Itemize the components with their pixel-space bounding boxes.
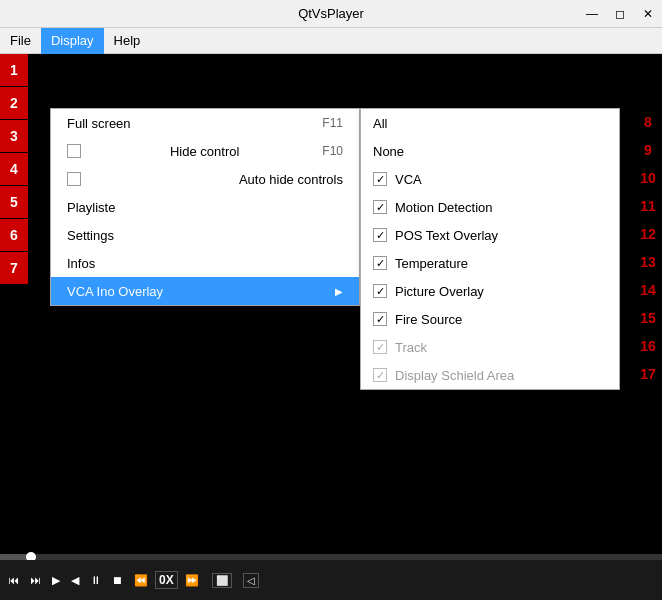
row-num-7: 7 (0, 252, 28, 284)
submenu-motion-detection[interactable]: ✓ Motion Detection (361, 193, 619, 221)
vca-submenu: All None ✓ VCA ✓ Motion Detection ✓ POS … (360, 108, 620, 390)
display-schield-label: Display Schield Area (395, 368, 514, 383)
fire-source-label: Fire Source (395, 312, 462, 327)
row-num-17: 17 (634, 360, 662, 388)
menu-vca-overlay[interactable]: VCA Ino Overlay ▶ (51, 277, 359, 305)
fullscreen-label: Full screen (67, 116, 131, 131)
vca-label: VCA (395, 172, 422, 187)
vca-checkbox[interactable]: ✓ (373, 172, 387, 186)
stop-button[interactable]: ⏹ (108, 572, 127, 588)
submenu-none[interactable]: None (361, 137, 619, 165)
fast-backward-button[interactable]: ⏭ (26, 572, 45, 588)
display-dropdown: Full screen F11 Hide control F10 Auto hi… (50, 108, 360, 306)
row-numbers-right: 8 9 10 11 12 13 14 15 16 17 (634, 108, 662, 388)
row-num-15: 15 (634, 304, 662, 332)
fast-backward-icon: ⏭ (30, 574, 41, 586)
play-button[interactable]: ▶ (48, 572, 64, 589)
row-num-5: 5 (0, 186, 28, 218)
aspect-ratio-icon: ⬜ (212, 573, 232, 588)
playlist-button[interactable]: ◁ (239, 571, 263, 590)
display-schield-checkbox[interactable]: ✓ (373, 368, 387, 382)
menu-settings[interactable]: Settings (51, 221, 359, 249)
infos-label: Infos (67, 256, 95, 271)
row-num-4: 4 (0, 153, 28, 185)
row-num-9: 9 (634, 136, 662, 164)
speed-label: 0X (155, 571, 178, 589)
motion-detection-label: Motion Detection (395, 200, 493, 215)
step-back-button[interactable]: ◀ (67, 572, 83, 589)
pos-text-label: POS Text Overlay (395, 228, 498, 243)
pause-icon: ⏸ (90, 574, 101, 586)
title-bar: QtVsPlayer — ◻ ✕ (0, 0, 662, 28)
submenu-pos-text[interactable]: ✓ POS Text Overlay (361, 221, 619, 249)
prev-frame-icon: ⏮ (8, 574, 19, 586)
auto-hide-label: Auto hide controls (239, 172, 343, 187)
playlist-icon: ◁ (243, 573, 259, 588)
menu-playliste[interactable]: Playliste (51, 193, 359, 221)
all-label: All (373, 116, 387, 131)
submenu-picture-overlay[interactable]: ✓ Picture Overlay (361, 277, 619, 305)
rewind-button[interactable]: ⏪ (130, 572, 152, 589)
step-back-icon: ◀ (71, 574, 79, 587)
row-num-8: 8 (634, 108, 662, 136)
temperature-checkbox[interactable]: ✓ (373, 256, 387, 270)
hide-control-checkbox[interactable] (67, 144, 81, 158)
fullscreen-shortcut: F11 (322, 116, 343, 130)
rewind-icon: ⏪ (134, 574, 148, 587)
menu-auto-hide[interactable]: Auto hide controls (51, 165, 359, 193)
stop-icon: ⏹ (112, 574, 123, 586)
row-num-3: 3 (0, 120, 28, 152)
menu-help[interactable]: Help (104, 28, 151, 54)
menu-hide-control[interactable]: Hide control F10 (51, 137, 359, 165)
hide-control-shortcut: F10 (322, 144, 343, 158)
picture-overlay-label: Picture Overlay (395, 284, 484, 299)
row-num-14: 14 (634, 276, 662, 304)
menu-display[interactable]: Display (41, 28, 104, 54)
motion-detection-checkbox[interactable]: ✓ (373, 200, 387, 214)
menu-infos[interactable]: Infos (51, 249, 359, 277)
submenu-vca[interactable]: ✓ VCA (361, 165, 619, 193)
forward-icon: ⏩ (185, 574, 199, 587)
app-title: QtVsPlayer (298, 6, 364, 21)
aspect-ratio-button[interactable]: ⬜ (208, 571, 236, 590)
play-icon: ▶ (52, 574, 60, 587)
submenu-track[interactable]: ✓ Track (361, 333, 619, 361)
submenu-all[interactable]: All (361, 109, 619, 137)
settings-label: Settings (67, 228, 114, 243)
submenu-fire-source[interactable]: ✓ Fire Source (361, 305, 619, 333)
playliste-label: Playliste (67, 200, 115, 215)
auto-hide-checkbox[interactable] (67, 172, 81, 186)
row-num-11: 11 (634, 192, 662, 220)
track-label: Track (395, 340, 427, 355)
submenu-display-schield[interactable]: ✓ Display Schield Area (361, 361, 619, 389)
restore-button[interactable]: ◻ (606, 0, 634, 28)
pause-button[interactable]: ⏸ (86, 572, 105, 588)
fire-source-checkbox[interactable]: ✓ (373, 312, 387, 326)
row-num-6: 6 (0, 219, 28, 251)
row-num-13: 13 (634, 248, 662, 276)
row-numbers-left: 1 2 3 4 5 6 7 (0, 54, 28, 285)
submenu-temperature[interactable]: ✓ Temperature (361, 249, 619, 277)
row-num-1: 1 (0, 54, 28, 86)
picture-overlay-checkbox[interactable]: ✓ (373, 284, 387, 298)
close-button[interactable]: ✕ (634, 0, 662, 28)
row-num-10: 10 (634, 164, 662, 192)
none-label: None (373, 144, 404, 159)
minimize-button[interactable]: — (578, 0, 606, 28)
hide-control-label: Hide control (170, 144, 239, 159)
submenu-arrow-icon: ▶ (335, 286, 343, 297)
main-content: 1 2 3 4 5 6 7 ⏮ ⏭ ▶ ◀ (0, 54, 662, 600)
menu-file[interactable]: File (0, 28, 41, 54)
prev-frame-button[interactable]: ⏮ (4, 572, 23, 588)
controls-bar: ⏮ ⏭ ▶ ◀ ⏸ ⏹ ⏪ 0X ⏩ (0, 560, 662, 600)
title-bar-controls: — ◻ ✕ (578, 0, 662, 28)
forward-button[interactable]: ⏩ (181, 572, 203, 589)
temperature-label: Temperature (395, 256, 468, 271)
vca-overlay-label: VCA Ino Overlay (67, 284, 163, 299)
row-num-2: 2 (0, 87, 28, 119)
row-num-12: 12 (634, 220, 662, 248)
menu-bar: File Display Help (0, 28, 662, 54)
track-checkbox[interactable]: ✓ (373, 340, 387, 354)
menu-fullscreen[interactable]: Full screen F11 (51, 109, 359, 137)
pos-text-checkbox[interactable]: ✓ (373, 228, 387, 242)
